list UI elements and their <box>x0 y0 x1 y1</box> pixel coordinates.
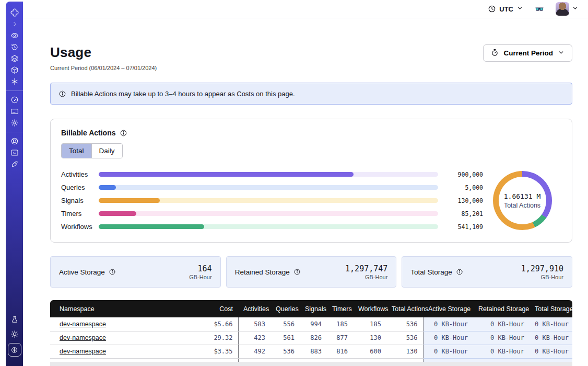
tab-total[interactable]: Total <box>62 144 91 158</box>
value-cell <box>423 358 473 362</box>
value-cell: 536 <box>271 345 300 358</box>
value-cell: 826 <box>300 331 327 345</box>
value-cell <box>238 358 271 362</box>
period-selector-label: Current Period <box>503 49 553 57</box>
total-actions-donut-chart: 1.66131 M Total Actions <box>483 171 561 230</box>
value-cell: $3.35 <box>201 345 238 358</box>
history-clock-icon[interactable] <box>6 41 23 53</box>
column-header-namespace: Namespace <box>50 300 201 317</box>
bar-row-timers: Timers85,201 <box>61 207 483 220</box>
asterisk-icon[interactable] <box>6 76 23 87</box>
settings-gear-icon[interactable] <box>6 117 23 129</box>
value-cell: 994 <box>300 317 327 331</box>
storage-card-value: 164 <box>189 264 211 273</box>
donut-ring: 1.66131 M Total Actions <box>493 171 552 230</box>
value-cell: $5.66 <box>201 317 238 331</box>
dollar-coin-icon[interactable] <box>8 343 21 357</box>
stopwatch-icon <box>491 49 499 58</box>
namespace-link[interactable]: dev-namespace <box>60 348 106 355</box>
storage-card-label: Retained Storage <box>235 268 290 276</box>
tab-daily[interactable]: Daily <box>91 144 122 158</box>
timezone-dropdown[interactable]: UTC <box>488 5 523 13</box>
value-cell: 0 KB-Hour <box>530 317 572 331</box>
timezone-label: UTC <box>499 5 513 13</box>
table-row: dev-namespace29.324235618268771305360 KB… <box>50 331 572 345</box>
topbar: UTC <box>23 0 588 18</box>
column-header-total-storage: Total Storage <box>530 300 572 317</box>
value-cell: 0 KB-Hour <box>530 345 572 358</box>
donut-center: 1.66131 M Total Actions <box>499 177 546 224</box>
retained-storage-card: Retained Storage1,297,747GB-Hour <box>226 256 397 288</box>
namespace-usage-table: NamespaceCostActivitiesQueriesSignalsTim… <box>50 300 572 362</box>
total-storage-card: Total Storage1,297,910GB-Hour <box>402 256 572 288</box>
page-content: Usage Current Period (06/01/2024 – 07/01… <box>23 18 588 366</box>
value-cell: 0 KB-Hour <box>423 345 473 358</box>
cube-icon[interactable] <box>6 64 23 76</box>
value-cell: 816 <box>327 345 353 358</box>
info-icon[interactable] <box>120 129 127 137</box>
total-daily-toggle: TotalDaily <box>61 143 123 158</box>
namespace-link[interactable]: dev-namespace <box>60 321 106 328</box>
eye-icon[interactable] <box>6 30 23 41</box>
value-cell: 130 <box>353 331 386 345</box>
bar-row-workflows: Workflows541,109 <box>61 220 483 233</box>
layers-icon[interactable] <box>6 53 23 64</box>
billable-actions-card: Billable Actions TotalDaily Activities90… <box>50 119 572 243</box>
value-cell: 185 <box>327 317 353 331</box>
sun-icon[interactable] <box>6 328 23 340</box>
chevron-right-icon[interactable] <box>6 18 23 30</box>
value-cell <box>473 358 530 362</box>
storage-card-label: Active Storage <box>59 268 105 276</box>
namespace-cell: dev-namespace <box>50 317 201 331</box>
info-icon[interactable] <box>293 268 301 276</box>
info-icon[interactable] <box>109 268 116 276</box>
column-header-cost: Cost <box>201 300 238 317</box>
value-cell <box>353 358 386 362</box>
namespace-cell: dev-namespace <box>50 331 201 345</box>
value-cell: 583 <box>238 317 271 331</box>
bar-fill <box>99 172 354 177</box>
storage-card-value: 1,297,747 <box>345 264 387 273</box>
namespace-cell: dev-namespace <box>50 345 201 358</box>
sidebar-nav <box>6 2 23 366</box>
bar-label: Activities <box>61 170 99 178</box>
flask-icon[interactable] <box>6 314 23 325</box>
value-cell <box>300 358 327 362</box>
namespace-link[interactable]: dev-namespace <box>60 334 106 341</box>
chevron-down-icon <box>572 4 579 14</box>
value-cell <box>201 358 238 362</box>
glasses-icon[interactable] <box>534 4 545 14</box>
info-banner-text: Billable Actions may take up to 3–4 hour… <box>71 90 295 98</box>
bar-fill <box>99 211 136 216</box>
rocket-icon[interactable] <box>6 158 23 170</box>
user-avatar <box>556 2 569 16</box>
bar-fill <box>99 224 204 229</box>
console-icon[interactable] <box>6 147 23 158</box>
active-storage-card: Active Storage164GB-Hour <box>50 256 221 288</box>
period-selector-button[interactable]: Current Period <box>483 44 572 62</box>
bar-value: 541,109 <box>438 223 483 231</box>
temporal-logo[interactable] <box>6 7 23 18</box>
column-header-signals: Signals <box>300 300 327 317</box>
value-cell: 130 <box>386 345 423 358</box>
value-cell: 536 <box>386 331 423 345</box>
column-header-queries: Queries <box>271 300 300 317</box>
bar-row-activities: Activities900,000 <box>61 168 483 181</box>
value-cell: 185 <box>353 317 386 331</box>
bar-value: 130,000 <box>438 197 483 204</box>
storage-card-unit: GB-Hour <box>345 274 387 280</box>
column-header-total-actions: Total Actions <box>386 300 423 317</box>
table-row-clipped <box>50 358 572 362</box>
chevron-down-icon <box>516 5 523 13</box>
gauge-icon[interactable] <box>6 94 23 106</box>
period-subtitle: Current Period (06/01/2024 – 07/01/2024) <box>50 65 157 71</box>
value-cell: 561 <box>271 331 300 345</box>
billing-card-icon[interactable] <box>6 106 23 117</box>
user-menu[interactable] <box>556 2 579 16</box>
support-lifebuoy-icon[interactable] <box>6 135 23 147</box>
viewport-clip-strip <box>50 362 572 366</box>
info-icon[interactable] <box>456 268 463 276</box>
value-cell <box>386 358 423 362</box>
bar-label: Timers <box>61 210 99 218</box>
value-cell: 0 KB-Hour <box>423 317 473 331</box>
